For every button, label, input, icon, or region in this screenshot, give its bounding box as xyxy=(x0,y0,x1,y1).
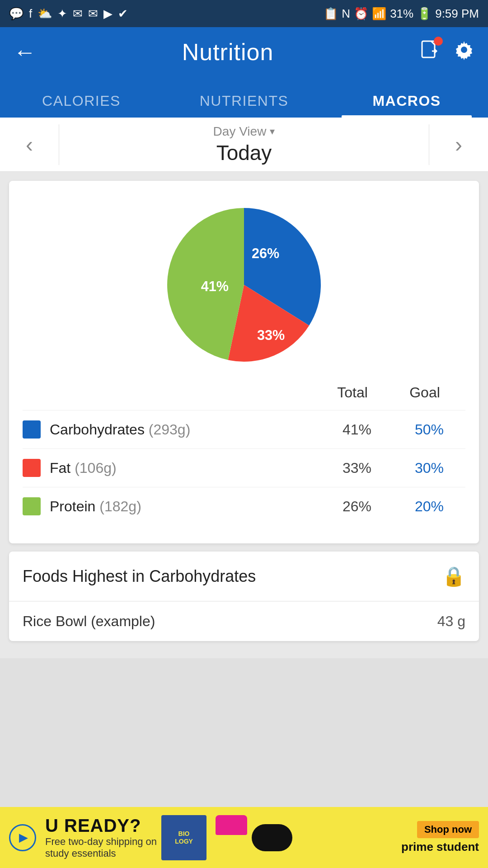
ad-banner[interactable]: ▶ U READY? Free two-day shipping onstudy… xyxy=(0,807,488,868)
foods-section-title: Foods Highest in Carbohydrates xyxy=(23,567,256,586)
page-title: Nutrition xyxy=(182,38,274,66)
ad-text: U READY? Free two-day shipping onstudy e… xyxy=(45,816,157,859)
ad-headphone-image xyxy=(252,824,292,851)
app-header: ← Nutrition xyxy=(0,27,488,77)
msg-icon: 💬 xyxy=(9,7,23,21)
nav-icon: ✦ xyxy=(57,7,67,21)
dropdown-icon: ▾ xyxy=(270,126,275,137)
protein-amount: (182g) xyxy=(99,498,141,514)
macro-row-carbs: Carbohydrates (293g) 41% 50% xyxy=(23,410,465,448)
mail2-icon: ✉ xyxy=(88,7,98,21)
svg-text:33%: 33% xyxy=(257,327,285,343)
signal-icon: 📶 xyxy=(372,7,386,21)
alarm-icon: ⏰ xyxy=(354,7,368,21)
nfc-icon: N xyxy=(342,7,350,21)
food-name-1: Rice Bowl (example) xyxy=(23,613,155,630)
food-amount-1: 43 g xyxy=(437,613,465,630)
protein-total: 26% xyxy=(321,498,393,515)
time-display: 9:59 PM xyxy=(435,7,479,21)
ad-prime-label: prime student xyxy=(401,840,479,854)
sim-icon: 📋 xyxy=(324,7,338,21)
tab-bar: CALORIES NUTRIENTS MACROS xyxy=(0,77,488,118)
ad-play-button[interactable]: ▶ xyxy=(9,824,36,851)
check-icon: ✔ xyxy=(118,7,128,21)
food-row-1: Rice Bowl (example) 43 g xyxy=(9,601,479,641)
ad-shop-button[interactable]: Shop now xyxy=(417,821,479,838)
status-bar-left: 💬 f ⛅ ✦ ✉ ✉ ▶ ✔ xyxy=(9,7,128,21)
fat-total: 33% xyxy=(321,460,393,476)
back-button[interactable]: ← xyxy=(14,39,36,65)
fat-goal: 30% xyxy=(393,460,465,476)
carbs-amount: (293g) xyxy=(149,421,191,438)
svg-text:26%: 26% xyxy=(252,245,279,261)
fat-color xyxy=(23,459,41,477)
status-bar: 💬 f ⛅ ✦ ✉ ✉ ▶ ✔ 📋 N ⏰ 📶 31% 🔋 9:59 PM xyxy=(0,0,488,27)
youtube-icon: ▶ xyxy=(103,7,113,21)
day-navigator: ‹ Day View ▾ Today › xyxy=(0,118,488,172)
prev-day-button[interactable]: ‹ xyxy=(0,118,59,171)
ad-prime-section: Shop now prime student xyxy=(401,821,479,854)
fb-icon: f xyxy=(29,7,32,21)
ad-subtitle: Free two-day shipping onstudy essentials xyxy=(45,836,157,859)
goal-header: Goal xyxy=(389,384,461,401)
ad-headline: U READY? xyxy=(45,816,157,836)
current-date: Today xyxy=(59,141,429,165)
play-icon: ▶ xyxy=(19,830,28,844)
status-bar-right: 📋 N ⏰ 📶 31% 🔋 9:59 PM xyxy=(324,7,479,21)
macro-row-protein: Protein (182g) 26% 20% xyxy=(23,487,465,525)
carbs-goal: 50% xyxy=(393,421,465,438)
carbs-label: Carbohydrates (293g) xyxy=(50,421,321,438)
ad-book-image: BIOLOGY xyxy=(161,815,206,860)
notification-badge xyxy=(434,37,443,46)
carbs-color xyxy=(23,420,41,439)
settings-button[interactable] xyxy=(454,39,474,65)
battery-pct: 31% xyxy=(390,7,413,21)
foods-card: Foods Highest in Carbohydrates 🔒 Rice Bo… xyxy=(9,552,479,641)
mail-icon: ✉ xyxy=(73,7,83,21)
ad-product-images: BIOLOGY xyxy=(157,815,292,860)
main-content: 41% 33% 26% Total Goal Carbohydrates (29… xyxy=(0,172,488,658)
day-view-center: Day View ▾ Today xyxy=(59,124,429,165)
macro-row-fat: Fat (106g) 33% 30% xyxy=(23,448,465,487)
macro-table: Total Goal Carbohydrates (293g) 41% 50% … xyxy=(23,384,465,525)
pie-chart-container: 41% 33% 26% xyxy=(23,194,465,384)
foods-section-header: Foods Highest in Carbohydrates 🔒 xyxy=(9,552,479,601)
carbs-total: 41% xyxy=(321,421,393,438)
next-day-button[interactable]: › xyxy=(429,118,488,171)
svg-point-3 xyxy=(461,47,467,53)
macros-card: 41% 33% 26% Total Goal Carbohydrates (29… xyxy=(9,181,479,543)
export-button[interactable] xyxy=(419,39,440,65)
protein-goal: 20% xyxy=(393,498,465,515)
weather-icon: ⛅ xyxy=(38,7,52,21)
protein-color xyxy=(23,497,41,515)
day-view-label[interactable]: Day View ▾ xyxy=(59,124,429,139)
tab-nutrients[interactable]: NUTRIENTS xyxy=(163,93,325,118)
tab-macros[interactable]: MACROS xyxy=(325,93,488,118)
protein-label: Protein (182g) xyxy=(50,498,321,515)
total-header: Total xyxy=(316,384,389,401)
header-icons xyxy=(419,39,474,65)
fat-label: Fat (106g) xyxy=(50,460,321,476)
macros-pie-chart: 41% 33% 26% xyxy=(167,208,321,362)
macro-table-header: Total Goal xyxy=(23,384,465,401)
svg-text:41%: 41% xyxy=(201,278,229,294)
ad-cup-image xyxy=(216,815,247,835)
fat-amount: (106g) xyxy=(75,460,117,476)
battery-icon: 🔋 xyxy=(417,7,432,21)
lock-icon: 🔒 xyxy=(442,565,465,587)
tab-calories[interactable]: CALORIES xyxy=(0,93,163,118)
